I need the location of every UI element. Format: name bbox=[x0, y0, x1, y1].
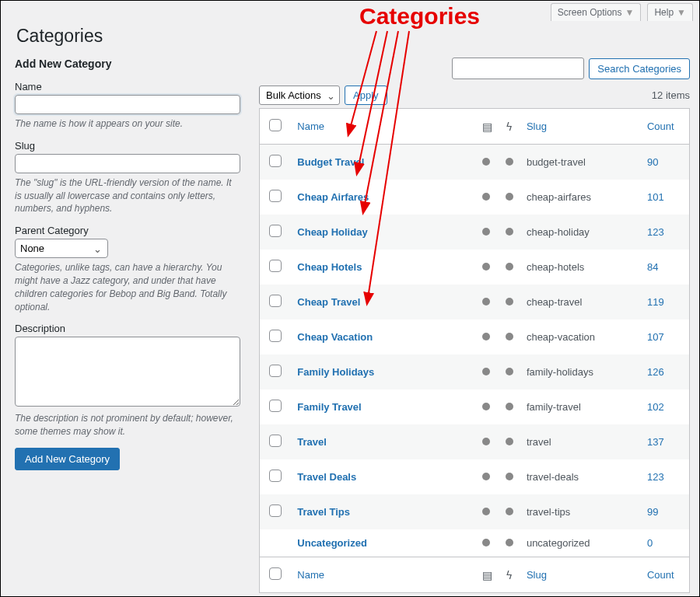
category-slug: family-holidays bbox=[520, 354, 641, 389]
table-row: Cheap Vacationcheap-vacation107 bbox=[260, 319, 689, 354]
slug-input[interactable] bbox=[15, 154, 240, 173]
table-row: Budget Travelbudget-travel90 bbox=[260, 145, 689, 180]
name-input[interactable] bbox=[15, 95, 240, 114]
slug-hint: The "slug" is the URL-friendly version o… bbox=[15, 176, 240, 215]
select-all-checkbox-bottom[interactable] bbox=[269, 567, 282, 580]
category-name-link[interactable]: Travel Tips bbox=[297, 506, 350, 518]
status-dot-icon bbox=[482, 333, 490, 340]
table-row: Cheap Hotelscheap-hotels84 bbox=[260, 250, 689, 285]
category-count-link[interactable]: 90 bbox=[647, 156, 658, 168]
row-checkbox[interactable] bbox=[269, 190, 282, 202]
category-name-link[interactable]: Family Holidays bbox=[297, 366, 374, 378]
category-name-link[interactable]: Budget Travel bbox=[297, 156, 364, 168]
items-count: 12 items bbox=[652, 89, 690, 101]
search-button[interactable]: Search Categories bbox=[589, 58, 690, 79]
category-name-link[interactable]: Uncategorized bbox=[297, 537, 367, 549]
col-count-footer[interactable]: Count bbox=[647, 569, 674, 581]
status-dot-icon bbox=[506, 403, 513, 410]
description-label: Description bbox=[15, 323, 240, 334]
row-checkbox[interactable] bbox=[269, 400, 282, 412]
category-slug: budget-travel bbox=[520, 145, 641, 180]
category-count-link[interactable]: 123 bbox=[647, 471, 664, 483]
row-checkbox[interactable] bbox=[269, 330, 282, 342]
chevron-down-icon: ▼ bbox=[625, 7, 635, 18]
name-label: Name bbox=[15, 81, 240, 93]
status-dot-icon bbox=[506, 539, 513, 546]
category-count-link[interactable]: 101 bbox=[647, 191, 664, 203]
table-row: Traveltravel137 bbox=[260, 424, 689, 459]
col-name-header[interactable]: Name bbox=[297, 120, 324, 132]
category-count-link[interactable]: 126 bbox=[647, 366, 664, 378]
category-slug: cheap-airfares bbox=[520, 180, 641, 215]
status-dot-icon bbox=[482, 438, 490, 445]
row-checkbox[interactable] bbox=[269, 365, 282, 377]
table-row: Cheap Airfarescheap-airfares101 bbox=[260, 180, 689, 215]
status-dot-icon bbox=[506, 368, 513, 375]
status-dot-icon bbox=[482, 368, 490, 375]
description-hint: The description is not prominent by defa… bbox=[15, 412, 240, 438]
category-count-link[interactable]: 99 bbox=[647, 506, 658, 518]
screen-options-label: Screen Options bbox=[558, 7, 622, 18]
category-name-link[interactable]: Cheap Travel bbox=[297, 296, 360, 308]
table-row: Travel Tipstravel-tips99 bbox=[260, 494, 689, 529]
row-checkbox[interactable] bbox=[269, 260, 282, 272]
category-name-link[interactable]: Cheap Vacation bbox=[297, 331, 373, 343]
category-count-link[interactable]: 84 bbox=[647, 261, 658, 273]
status-dot-icon bbox=[506, 508, 513, 515]
col-slug-footer[interactable]: Slug bbox=[527, 569, 547, 581]
screen-options-tab[interactable]: Screen Options▼ bbox=[551, 3, 642, 21]
category-slug: travel-deals bbox=[520, 459, 641, 494]
status-dot-icon bbox=[506, 263, 513, 271]
status-dot-icon bbox=[506, 333, 513, 340]
page-title: Categories bbox=[16, 26, 699, 47]
readability-column-icon: ϟ bbox=[506, 569, 513, 581]
status-dot-icon bbox=[482, 403, 490, 410]
table-row: Cheap Holidaycheap-holiday123 bbox=[260, 215, 689, 250]
help-tab[interactable]: Help▼ bbox=[647, 3, 693, 21]
apply-button[interactable]: Apply bbox=[345, 86, 387, 105]
category-name-link[interactable]: Cheap Hotels bbox=[297, 261, 362, 273]
row-checkbox[interactable] bbox=[269, 435, 282, 447]
row-checkbox[interactable] bbox=[269, 225, 282, 237]
category-slug: cheap-hotels bbox=[520, 250, 641, 285]
category-name-link[interactable]: Travel bbox=[297, 436, 327, 448]
parent-hint: Categories, unlike tags, can have a hier… bbox=[15, 261, 240, 313]
table-row: Family Travelfamily-travel102 bbox=[260, 389, 689, 424]
row-checkbox[interactable] bbox=[269, 295, 282, 307]
category-count-link[interactable]: 119 bbox=[647, 296, 664, 308]
status-dot-icon bbox=[482, 263, 490, 271]
col-slug-header[interactable]: Slug bbox=[527, 120, 547, 132]
table-row: Family Holidaysfamily-holidays126 bbox=[260, 354, 689, 389]
row-checkbox[interactable] bbox=[269, 504, 282, 517]
category-name-link[interactable]: Cheap Airfares bbox=[297, 191, 369, 203]
col-name-footer[interactable]: Name bbox=[297, 569, 324, 581]
status-dot-icon bbox=[506, 228, 513, 236]
status-dot-icon bbox=[506, 473, 513, 480]
category-slug: family-travel bbox=[520, 389, 641, 424]
category-count-link[interactable]: 123 bbox=[647, 226, 664, 238]
category-name-link[interactable]: Cheap Holiday bbox=[297, 226, 367, 238]
bulk-actions-select[interactable]: Bulk Actions bbox=[259, 86, 340, 105]
description-textarea[interactable] bbox=[15, 337, 240, 407]
select-all-checkbox[interactable] bbox=[269, 119, 282, 131]
add-category-button[interactable]: Add New Category bbox=[15, 448, 120, 470]
category-name-link[interactable]: Travel Deals bbox=[297, 471, 356, 483]
col-count-header[interactable]: Count bbox=[647, 120, 674, 132]
row-checkbox[interactable] bbox=[269, 470, 282, 482]
category-slug: travel-tips bbox=[520, 494, 641, 529]
slug-label: Slug bbox=[15, 140, 240, 152]
status-dot-icon bbox=[506, 438, 513, 445]
category-count-link[interactable]: 0 bbox=[647, 537, 653, 549]
row-checkbox[interactable] bbox=[269, 155, 282, 167]
category-count-link[interactable]: 102 bbox=[647, 401, 664, 413]
table-row: Cheap Travelcheap-travel119 bbox=[260, 285, 689, 319]
chevron-down-icon: ▼ bbox=[677, 7, 686, 18]
table-row: Uncategorizeduncategorized0 bbox=[260, 529, 689, 557]
parent-select[interactable]: None bbox=[15, 239, 108, 258]
category-count-link[interactable]: 107 bbox=[647, 331, 664, 343]
category-slug: cheap-vacation bbox=[520, 319, 641, 354]
category-name-link[interactable]: Family Travel bbox=[297, 401, 361, 413]
category-count-link[interactable]: 137 bbox=[647, 436, 664, 448]
status-dot-icon bbox=[506, 193, 513, 201]
search-input[interactable] bbox=[452, 58, 584, 79]
